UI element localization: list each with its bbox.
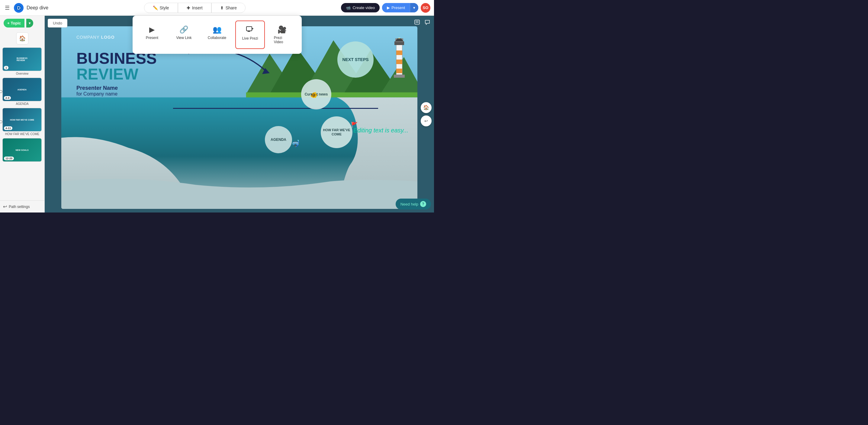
prezi-video-icon: 🎥 [278,25,287,34]
lighthouse-svg [390,32,408,81]
topbar-nav: ✏️ Style ✚ Insert ⬆ Share [48,3,341,13]
svg-rect-18 [396,51,402,55]
sidebar-item-newgoals[interactable]: NEW GOALS 12-20 [0,137,44,163]
slide-num-23: 2-3 [4,96,11,100]
sidebar-header: + Topic ▾ [0,16,44,31]
undo-button[interactable]: Undo [48,19,67,28]
share-button[interactable]: ⬆ Share [211,3,246,13]
comments-icon-button[interactable] [423,18,432,28]
share-option-prezi-video[interactable]: 🎥 Prezi Video [267,21,297,49]
slide-dot-howfar [0,120,2,123]
presenter-name: Presenter Name [76,85,157,91]
svg-rect-1 [246,27,252,31]
company-name-text: for Company name [76,91,157,97]
notes-icon-button[interactable] [413,18,421,28]
share-option-present[interactable]: ▶ Present [137,21,167,49]
present-main-button[interactable]: ▶ Present [382,3,410,12]
topbar-left: ☰ Deep dive [4,3,48,13]
undo-bar: Undo [48,19,67,28]
path-settings-icon: ↩ [3,204,7,209]
slide-thumb-newgoals: NEW GOALS 12-20 [2,138,42,162]
insert-icon: ✚ [187,5,190,10]
slide-label-agenda: AGENDA [2,102,42,106]
how-far-circle[interactable]: HOW FAR WE'VE COME [321,116,352,148]
agenda-circle[interactable]: AGENDA [265,126,292,153]
next-steps-circle[interactable]: NEXT STEPS [337,41,374,78]
slide-num-411: 4-11 [4,126,12,130]
fish-decoration: 🐠 [310,91,318,98]
hamburger-menu-button[interactable]: ☰ [4,3,11,12]
share-option-collaborate[interactable]: 👥 Collaborate [201,21,233,49]
share-option-live-prezi[interactable]: Live Prezi [235,21,265,49]
style-icon: ✏️ [153,5,158,10]
app-title: Deep dive [27,5,48,10]
svg-point-0 [16,5,22,10]
slide-label-howfar: HOW FAR WE'VE COME [2,133,42,136]
plus-icon: + [7,21,10,25]
slide-num-1: 1 [4,66,8,69]
prezi-logo [14,3,24,13]
right-nav: 🏠 ↩ [421,102,432,126]
topbar: ☰ Deep dive ✏️ Style ✚ Insert ⬆ Share 📹 … [0,0,434,16]
business-review-title[interactable]: BUSINESS REVIEW Presenter Name for Compa… [76,51,157,97]
slide-label-overview: Overview [2,72,42,75]
style-button[interactable]: ✏️ Style [144,3,178,13]
chevron-down-icon: ▾ [413,5,415,10]
svg-rect-24 [394,75,405,78]
home-nav-button[interactable]: 🏠 [421,102,432,113]
sidebar: + Topic ▾ 🏠 BUSINESSREVIEW 1 Overview AG… [0,16,45,213]
editing-text: Editing text is easy... [353,126,408,135]
video-camera-icon: 📹 [346,5,351,10]
insert-button[interactable]: ✚ Insert [178,3,211,13]
topbar-right: 📹 Create video ▶ Present ▾ SO [341,3,430,13]
sidebar-item-overview[interactable]: BUSINESSREVIEW 1 Overview [0,46,44,77]
upload-icon: ⬆ [220,5,224,10]
company-logo-text: COMPANY LOGO [76,35,115,39]
svg-marker-2 [252,28,254,30]
present-play-icon: ▶ [149,25,155,34]
diver-decoration: 🤿 [291,140,300,147]
slide-dot-agenda [0,90,2,93]
help-circle-icon: ? [420,201,426,207]
create-video-button[interactable]: 📹 Create video [341,3,380,12]
share-dropdown: ▶ Present 🔗 View Link 👥 Collaborate Live… [132,16,302,54]
slide-thumb-howfar: HOW FAR WE'VE COME 4-11 [2,108,42,132]
collaborate-icon: 👥 [213,25,222,34]
live-prezi-icon [246,25,254,34]
present-button-group: ▶ Present ▾ [382,3,418,12]
user-avatar[interactable]: SO [421,3,430,13]
topic-button[interactable]: + Topic [4,19,25,28]
svg-rect-5 [415,20,420,24]
back-nav-button[interactable]: ↩ [421,115,432,126]
slide-num-1220: 12-20 [4,157,14,160]
svg-rect-19 [396,60,402,64]
present-dropdown-button[interactable]: ▾ [410,3,418,12]
topic-dropdown-button[interactable]: ▾ [26,19,33,28]
play-icon: ▶ [387,5,390,10]
slide-thumb-agenda: AGENDA 2-3 [2,78,42,101]
share-option-view-link[interactable]: 🔗 View Link [169,21,199,49]
link-icon: 🔗 [179,25,188,34]
sidebar-item-howfar[interactable]: HOW FAR WE'VE COME 4-11 HOW FAR WE'VE CO… [0,107,44,137]
path-settings-button[interactable]: ↩ Path settings [0,200,44,213]
top-right-icons [413,18,432,28]
svg-rect-20 [396,68,402,73]
slide-thumb-overview: BUSINESSREVIEW 1 [2,48,42,71]
need-help-button[interactable]: Need help ? [396,199,431,209]
divider-line [173,108,378,109]
chevron-down-icon: ▾ [29,21,31,25]
sidebar-item-agenda[interactable]: AGENDA 2-3 AGENDA [0,77,44,107]
home-thumbnail[interactable]: 🏠 [16,32,28,45]
